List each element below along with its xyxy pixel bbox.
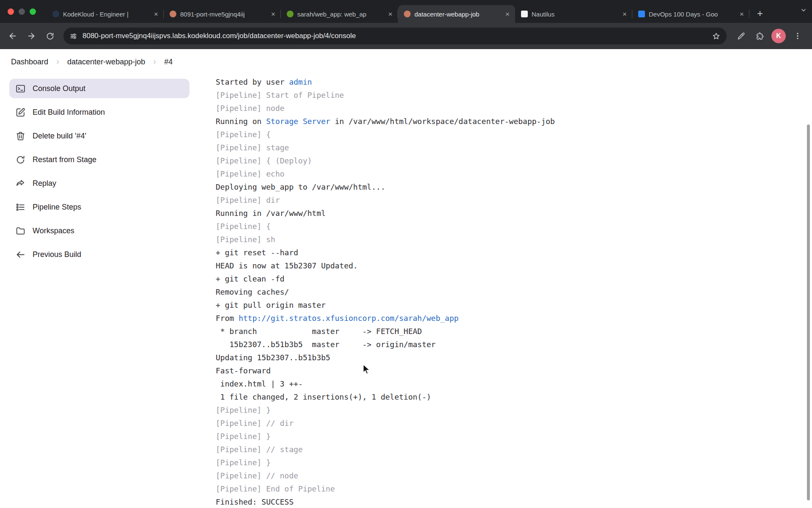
edit-pen-icon[interactable] [732,28,749,44]
console-text: [Pipeline] } [216,406,271,414]
console-line: [Pipeline] sh [216,233,812,246]
window-zoom-button[interactable] [30,8,36,15]
sidebar-item-pipeline-steps[interactable]: Pipeline Steps [9,197,189,217]
console-text: * branch master -> FETCH_HEAD [216,327,422,336]
console-link[interactable]: admin [289,77,312,86]
browser-tab-kodekloud-engineer[interactable]: KodeKloud - Engineer | × [47,5,164,23]
tab-search-chevron-icon[interactable] [800,7,807,14]
trash-icon [15,131,26,141]
back-button[interactable] [4,28,21,44]
tab-title: 8091-port-mve5gjnq4iij [180,11,265,18]
browser-tab-sarah-web-app-web-ap[interactable]: sarah/web_app: web_ap × [281,5,398,23]
sidebar-item-label: Workspaces [33,226,74,235]
console-text: Fast-forward [216,366,271,375]
url-text[interactable]: 8080-port-mve5gjnq4iijspvs.labs.kodeklou… [82,32,707,40]
console-text: HEAD is now at 15b2307 Updated. [216,261,358,270]
profile-avatar[interactable]: K [771,29,786,43]
tab-close-icon[interactable]: × [738,10,746,18]
extensions-puzzle-icon[interactable] [751,28,768,44]
console-line: * branch master -> FETCH_HEAD [216,325,812,338]
console-text: Deploying web_app to /var/www/html... [216,182,385,191]
browser-tab-nautilus[interactable]: Nautilus × [515,5,632,23]
sidebar-item-previous-build[interactable]: Previous Build [9,245,189,264]
tab-close-icon[interactable]: × [386,10,395,18]
console-text: [Pipeline] node [216,104,285,113]
arrow-left-icon [15,249,26,260]
console-text: [Pipeline] } [216,432,271,441]
console-text: Started by user [216,77,289,86]
console-line: HEAD is now at 15b2307 Updated. [216,259,812,272]
sidebar-item-restart-from-stage[interactable]: Restart from Stage [9,150,189,169]
tab-title: Nautilus [532,11,617,18]
console-link[interactable]: Storage Server [266,117,330,126]
breadcrumb-item-4[interactable]: #4 [164,58,173,66]
console-output: Started by user admin[Pipeline] Start of… [195,75,812,508]
breadcrumb-item-dashboard[interactable]: Dashboard [11,58,48,66]
tab-favicon [521,11,528,17]
browser-tab-devops-100-days-goo[interactable]: DevOps 100 Days - Goo × [632,5,749,23]
sidebar-item-workspaces[interactable]: Workspaces [9,221,189,240]
console-line: [Pipeline] // node [216,469,812,482]
console-text: Updating 15b2307..b51b3b5 [216,353,330,362]
console-link[interactable]: http://git.stratos.xfusioncorp.com/sarah… [239,314,458,323]
console-line: [Pipeline] // stage [216,443,812,456]
tab-favicon [170,11,176,17]
console-text: [Pipeline] dir [216,196,280,204]
folder-icon [15,226,26,236]
tab-title: DevOps 100 Days - Goo [649,11,734,18]
avatar-letter: K [776,32,781,40]
browser-menu-kebab-icon[interactable] [789,28,806,44]
forward-button[interactable] [23,28,40,44]
tab-close-icon[interactable]: × [503,10,512,18]
tab-close-icon[interactable]: × [152,10,160,18]
console-text: [Pipeline] stage [216,143,289,152]
console-line: Removing caches/ [216,285,812,298]
scrollbar-thumb[interactable] [807,124,810,500]
site-settings-icon[interactable] [69,32,77,40]
console-text: Finished: SUCCESS [216,497,294,506]
tab-favicon [404,11,411,17]
window-minimize-button[interactable] [19,8,25,15]
console-line: + git clean -fd [216,272,812,285]
sidebar-item-edit-build-information[interactable]: Edit Build Information [9,102,189,122]
console-text: 1 file changed, 2 insertions(+), 1 delet… [216,392,431,401]
console-text: [Pipeline] End of Pipeline [216,484,335,493]
sidebar-item-console-output[interactable]: Console Output [9,79,189,98]
console-text: + git clean -fd [216,274,285,283]
page-content: Console Output Edit Build Information De… [0,75,812,508]
browser-tab-datacenter-webapp-job[interactable]: datacenter-webapp-job × [398,5,515,23]
pipeline-steps-icon [15,202,26,213]
browser-tab-8091-port-mve5gjnq4iij[interactable]: 8091-port-mve5gjnq4iij × [164,5,281,23]
tab-close-icon[interactable]: × [269,10,277,18]
console-text: + git reset --hard [216,248,298,257]
tab-favicon [638,11,645,17]
breadcrumb: Dashboarddatacenter-webapp-job#4 [0,49,812,75]
console-line: From http://git.stratos.xfusioncorp.com/… [216,312,812,325]
sidebar-item-label: Pipeline Steps [33,203,81,212]
sidebar-item-delete-build-4[interactable]: Delete build '#4' [9,126,189,146]
console-line: Finished: SUCCESS [216,495,812,508]
tab-title: sarah/web_app: web_ap [297,11,382,18]
console-line: [Pipeline] Start of Pipeline [216,88,812,102]
tab-favicon [287,11,294,17]
console-text: From [216,314,239,323]
tab-close-icon[interactable]: × [620,10,629,18]
console-text: Running on [216,117,266,126]
console-text: [Pipeline] // stage [216,445,303,454]
window-close-button[interactable] [8,8,14,15]
tab-strip: KodeKloud - Engineer | × 8091-port-mve5g… [47,0,749,23]
new-tab-button[interactable]: + [754,7,766,20]
console-text: [Pipeline] } [216,458,271,467]
replay-icon [15,178,26,189]
console-line: Started by user admin [216,75,812,88]
reload-button[interactable] [41,28,58,44]
breadcrumb-item-datacenter-webapp-job[interactable]: datacenter-webapp-job [67,58,145,66]
console-text: Running in /var/www/html [216,209,326,218]
console-line: Running on Storage Server in /var/www/ht… [216,115,812,128]
breadcrumb-chevron-icon [55,59,60,65]
console-line: [Pipeline] End of Pipeline [216,482,812,495]
address-bar[interactable]: 8080-port-mve5gjnq4iijspvs.labs.kodeklou… [63,28,727,44]
console-text: [Pipeline] // node [216,471,298,480]
sidebar-item-replay[interactable]: Replay [9,174,189,193]
bookmark-star-icon[interactable] [712,32,721,41]
